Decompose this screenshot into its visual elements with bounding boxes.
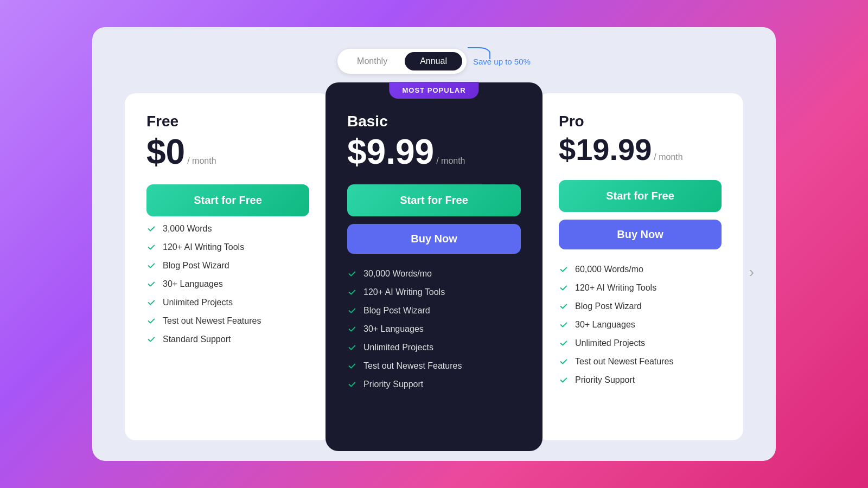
check-icon: [347, 269, 357, 279]
list-item: Test out Newest Features: [347, 361, 521, 371]
check-icon: [559, 265, 569, 274]
list-item: Blog Post Wizard: [146, 261, 309, 271]
list-item: 30,000 Words/mo: [347, 269, 521, 279]
pro-start-button[interactable]: Start for Free: [559, 180, 722, 212]
free-price-row: $0 / month: [146, 134, 309, 169]
billing-toggle[interactable]: Monthly Annual: [337, 49, 467, 74]
list-item: Test out Newest Features: [146, 316, 309, 326]
free-plan-name: Free: [146, 113, 309, 130]
feature-text: 3,000 Words: [163, 224, 212, 234]
feature-text: Test out Newest Features: [363, 361, 462, 371]
feature-text: Unlimited Projects: [363, 343, 433, 352]
pro-buy-button[interactable]: Buy Now: [559, 220, 722, 249]
list-item: Priority Support: [347, 380, 521, 389]
pro-plan-name: Pro: [559, 113, 722, 130]
list-item: Test out Newest Features: [559, 357, 722, 367]
list-item: Standard Support: [146, 335, 309, 344]
basic-plan-card: MOST POPULAR Basic $9.99 / month Start f…: [326, 82, 542, 451]
list-item: Unlimited Projects: [559, 338, 722, 348]
check-icon: [347, 306, 357, 316]
feature-text: 30,000 Words/mo: [363, 269, 432, 279]
check-icon: [146, 261, 156, 271]
check-icon: [146, 335, 156, 344]
check-icon: [559, 357, 569, 367]
list-item: 30+ Languages: [559, 320, 722, 330]
feature-text: Priority Support: [363, 380, 423, 389]
check-icon: [146, 298, 156, 307]
check-icon: [347, 361, 357, 371]
list-item: 120+ AI Writing Tools: [559, 283, 722, 293]
pro-price-period: / month: [654, 152, 682, 162]
feature-text: 120+ AI Writing Tools: [575, 283, 656, 293]
feature-text: 30+ Languages: [363, 324, 424, 334]
free-price-period: / month: [187, 156, 216, 166]
feature-text: Blog Post Wizard: [163, 261, 229, 271]
free-price-amount: $0: [146, 134, 185, 169]
check-icon: [347, 380, 357, 389]
feature-text: 120+ AI Writing Tools: [363, 287, 445, 297]
feature-text: 30+ Languages: [575, 320, 635, 330]
feature-text: Test out Newest Features: [163, 316, 261, 326]
check-icon: [146, 242, 156, 252]
annual-toggle[interactable]: Annual: [405, 52, 462, 70]
pro-price-row: $19.99 / month: [559, 134, 722, 165]
check-icon: [347, 343, 357, 352]
basic-plan-name: Basic: [347, 113, 521, 130]
list-item: Priority Support: [559, 375, 722, 385]
list-item: 3,000 Words: [146, 224, 309, 234]
check-icon: [146, 224, 156, 234]
list-item: 120+ AI Writing Tools: [146, 242, 309, 252]
feature-text: Test out Newest Features: [575, 357, 673, 367]
check-icon: [559, 283, 569, 293]
pro-feature-list: 60,000 Words/mo 120+ AI Writing Tools Bl…: [559, 265, 722, 385]
feature-text: Unlimited Projects: [163, 298, 233, 307]
billing-toggle-bar: Monthly Annual Save up to 50%: [337, 49, 531, 74]
list-item: 30+ Languages: [146, 279, 309, 289]
feature-text: 60,000 Words/mo: [575, 265, 643, 274]
feature-text: 30+ Languages: [163, 279, 223, 289]
free-plan-card: Free $0 / month Start for Free 3,000 Wor…: [125, 93, 331, 440]
check-icon: [559, 375, 569, 385]
check-icon: [559, 338, 569, 348]
plans-grid: Free $0 / month Start for Free 3,000 Wor…: [125, 93, 743, 451]
basic-price-amount: $9.99: [347, 134, 434, 169]
next-arrow[interactable]: ›: [749, 264, 754, 281]
check-icon: [347, 324, 357, 334]
monthly-toggle[interactable]: Monthly: [342, 52, 403, 70]
list-item: Unlimited Projects: [347, 343, 521, 352]
list-item: 120+ AI Writing Tools: [347, 287, 521, 297]
free-start-button[interactable]: Start for Free: [146, 184, 309, 216]
feature-text: Standard Support: [163, 335, 231, 344]
list-item: Unlimited Projects: [146, 298, 309, 307]
pro-price-amount: $19.99: [559, 134, 652, 165]
pricing-container: Monthly Annual Save up to 50% Free $0 / …: [92, 27, 776, 461]
basic-feature-list: 30,000 Words/mo 120+ AI Writing Tools Bl…: [347, 269, 521, 389]
feature-text: Unlimited Projects: [575, 338, 645, 348]
basic-buy-button[interactable]: Buy Now: [347, 224, 521, 254]
list-item: 60,000 Words/mo: [559, 265, 722, 274]
basic-price-period: / month: [436, 156, 465, 166]
check-icon: [146, 316, 156, 326]
basic-price-row: $9.99 / month: [347, 134, 521, 169]
feature-text: Blog Post Wizard: [363, 306, 430, 316]
feature-text: 120+ AI Writing Tools: [163, 242, 244, 252]
list-item: Blog Post Wizard: [347, 306, 521, 316]
pro-plan-card: Pro $19.99 / month Start for Free Buy No…: [537, 93, 743, 440]
check-icon: [559, 301, 569, 311]
feature-text: Blog Post Wizard: [575, 301, 642, 311]
check-icon: [146, 279, 156, 289]
check-icon: [347, 287, 357, 297]
basic-start-button[interactable]: Start for Free: [347, 184, 521, 216]
check-icon: [559, 320, 569, 330]
most-popular-badge: MOST POPULAR: [389, 82, 478, 99]
save-label: Save up to 50%: [473, 57, 531, 66]
list-item: Blog Post Wizard: [559, 301, 722, 311]
free-feature-list: 3,000 Words 120+ AI Writing Tools Blog P…: [146, 224, 309, 344]
feature-text: Priority Support: [575, 375, 635, 385]
list-item: 30+ Languages: [347, 324, 521, 334]
